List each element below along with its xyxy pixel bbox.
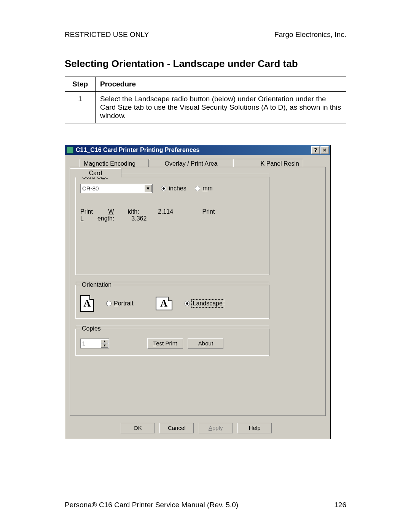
page-number: 126 — [334, 501, 346, 509]
procedure-table: Step Procedure 1 Select the Landscape ra… — [65, 77, 346, 123]
dialog-title: C11_C16 Card Printer Printing Preference… — [76, 147, 199, 153]
units-mm-radio[interactable]: mm — [195, 185, 213, 192]
help-button[interactable]: ? — [311, 146, 320, 154]
col-step: Step — [65, 77, 96, 92]
header-restricted: RESTRICTED USE ONLY — [65, 30, 149, 39]
app-icon — [67, 147, 73, 153]
test-print-button[interactable]: Test Print — [147, 338, 183, 349]
step-text: Select the Landscape radio button (below… — [96, 92, 346, 123]
cancel-button[interactable]: Cancel — [159, 423, 194, 433]
portrait-radio[interactable]: Portrait — [106, 300, 134, 307]
landscape-radio[interactable]: Landscape — [185, 300, 223, 307]
dropdown-arrow-icon[interactable]: ▼ — [144, 185, 152, 192]
radio-dot-icon — [161, 186, 166, 191]
help-button[interactable]: Help — [237, 423, 272, 433]
print-width-value: 2.114 — [158, 208, 173, 215]
portrait-page-icon: A — [80, 295, 94, 312]
titlebar[interactable]: C11_C16 Card Printer Printing Preference… — [65, 145, 330, 155]
print-length-value: 3.362 — [131, 215, 147, 222]
copies-value: 1 — [82, 340, 85, 347]
card-tab-panel: Card Size CR-80 ▼ inches mm — [70, 167, 326, 416]
print-width-label: Print Width: 2.114 — [80, 208, 187, 215]
copies-legend: Copies — [80, 325, 102, 332]
printing-preferences-dialog: C11_C16 Card Printer Printing Preference… — [65, 145, 331, 439]
radio-dot-icon — [185, 301, 190, 306]
section-title: Selecting Orientation - Landscape under … — [65, 58, 346, 70]
spin-up-icon[interactable]: ▲ — [101, 339, 108, 343]
close-button[interactable]: × — [320, 146, 329, 154]
radio-dot-icon — [106, 301, 112, 306]
about-button[interactable]: About — [188, 338, 223, 349]
copies-spinner[interactable]: 1 ▲ ▼ — [80, 339, 109, 348]
units-inches-radio[interactable]: inches — [161, 185, 186, 192]
col-procedure: Procedure — [96, 77, 346, 92]
orientation-legend: Orientation — [80, 281, 113, 288]
ok-button[interactable]: OK — [121, 423, 155, 433]
apply-button[interactable]: Apply — [199, 423, 233, 433]
radio-dot-icon — [195, 186, 200, 191]
header-company: Fargo Electronics, Inc. — [274, 30, 346, 39]
card-size-combo[interactable]: CR-80 ▼ — [80, 184, 153, 193]
tab-card[interactable]: Card — [70, 168, 121, 177]
card-size-value: CR-80 — [82, 185, 99, 192]
landscape-page-icon: A — [156, 297, 172, 310]
footer-manual: Persona® C16 Card Printer Service Manual… — [65, 501, 238, 509]
step-number: 1 — [65, 92, 96, 123]
spin-down-icon[interactable]: ▼ — [101, 343, 108, 348]
table-row: 1 Select the Landscape radio button (bel… — [65, 92, 346, 123]
